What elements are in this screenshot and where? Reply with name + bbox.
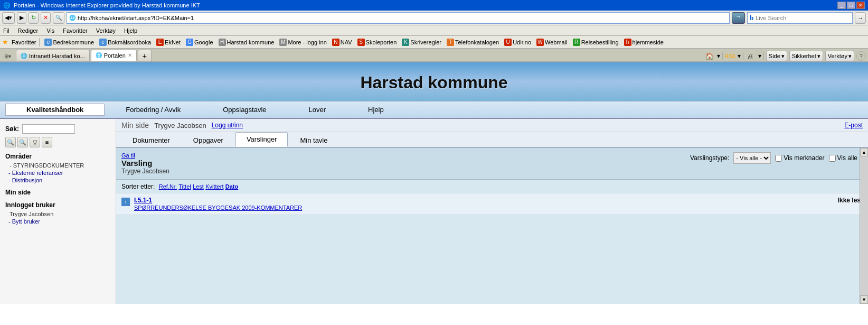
search-button[interactable]: 🔍 xyxy=(53,12,64,24)
sort-lest[interactable]: Lest xyxy=(193,183,204,190)
scroll-up-button[interactable]: ▲ xyxy=(860,148,868,156)
fav-bokmal[interactable]: e Bokmålsordboka xyxy=(98,39,153,46)
fav-nav-icon: N xyxy=(332,39,339,46)
vis-alle-label: Vis alle xyxy=(837,154,857,162)
sort-dato[interactable]: Dato xyxy=(225,183,238,190)
menu-favoritter[interactable]: Favoritter xyxy=(63,27,87,34)
fav-telefonkatalog[interactable]: T Telefonkatalogen xyxy=(445,39,501,46)
fav-udir[interactable]: U Udir.no xyxy=(503,39,533,46)
doc-title-link[interactable]: SPØRREUNDERSØKELSE BYGGESAK 2009-KOMMENT… xyxy=(134,205,302,211)
sidebar-search-input[interactable] xyxy=(22,124,75,134)
new-tab-button[interactable]: + xyxy=(138,50,152,61)
rss-button[interactable]: RSS xyxy=(725,51,735,61)
fav-hjem[interactable]: h hjemmeside xyxy=(622,39,665,46)
tab-min-tavle[interactable]: Min tavle xyxy=(289,133,338,147)
window-controls[interactable]: _ □ ✕ xyxy=(837,2,865,9)
help-button[interactable]: ? xyxy=(856,51,866,61)
sidebar-distribusjon[interactable]: - Distribusjon xyxy=(8,177,110,183)
sort-refnr[interactable]: Ref.Nr. xyxy=(159,183,177,190)
search-go-button[interactable]: → xyxy=(855,12,866,24)
menu-rediger[interactable]: Rediger xyxy=(18,27,39,34)
logout-link[interactable]: Logg ut/inn xyxy=(212,122,243,129)
nav-oppslagstavle[interactable]: Oppslagstavle xyxy=(202,104,287,116)
vis-merknader-input[interactable] xyxy=(775,155,782,162)
vertical-scrollbar[interactable]: ▲ ▼ xyxy=(860,148,868,304)
fav-bedrekommune[interactable]: e Bedrekommune xyxy=(43,39,96,46)
sidebar-externe-ref[interactable]: - Eksterne referanser xyxy=(8,170,110,176)
varslingstype-select[interactable]: - Vis alle - xyxy=(733,152,771,164)
sidebar-innlogget-title: Innlogget bruker xyxy=(5,201,110,209)
fav-eknet[interactable]: E EkNet xyxy=(155,39,182,46)
sidebar-min-side-title: Min side xyxy=(5,189,110,196)
verktoy-arrow: ▾ xyxy=(848,53,852,60)
sidebar-search-icon[interactable]: 🔍 xyxy=(5,137,16,147)
vis-merknader-checkbox[interactable]: Vis merknader xyxy=(775,154,824,162)
search-input[interactable] xyxy=(756,15,850,21)
tab-groups-button[interactable]: ⊞▾ xyxy=(2,51,13,61)
tab-oppgaver[interactable]: Oppgaver xyxy=(182,133,234,147)
tab-bar: ⊞▾ 🌐 Intranett Harstad ko... 🌐 Portalen … xyxy=(0,49,868,62)
tab-portalen-close[interactable]: ✕ xyxy=(128,52,132,58)
fav-skoleporten[interactable]: S Skoleporten xyxy=(356,39,399,46)
home-button[interactable]: 🏠 xyxy=(704,51,715,61)
menu-hjelp[interactable]: Hjelp xyxy=(124,27,137,34)
tab-intranett[interactable]: 🌐 Intranett Harstad ko... xyxy=(16,50,90,61)
fav-eknet-icon: E xyxy=(156,39,164,46)
menu-fil[interactable]: Fil xyxy=(3,27,10,34)
tab-toolbar-right: 🏠 ▾ RSS ▾ 🖨 ▾ Side ▾ Sikkerhet ▾ Verktøy… xyxy=(704,51,866,61)
vis-alle-checkbox[interactable]: Vis alle xyxy=(829,154,857,162)
sidebar-bytt-bruker[interactable]: - Bytt bruker xyxy=(8,218,110,225)
close-button[interactable]: ✕ xyxy=(856,2,865,9)
menu-bar: Fil Rediger Vis Favoritter Verktøy Hjelp xyxy=(0,25,868,36)
tab-dokumenter[interactable]: Dokumenter xyxy=(121,133,181,147)
nav-hjelp[interactable]: Hjelp xyxy=(347,104,405,116)
menu-vis[interactable]: Vis xyxy=(46,27,54,34)
sikkerhet-label: Sikkerhet xyxy=(792,53,816,59)
sort-tittel[interactable]: Tittel xyxy=(178,183,191,190)
minimize-button[interactable]: _ xyxy=(837,2,846,9)
nav-kvalitetshandbok[interactable]: Kvalitetshåndbok xyxy=(5,104,105,116)
nav-lover[interactable]: Lover xyxy=(288,104,347,116)
ga-til-link[interactable]: Gå til xyxy=(121,152,164,159)
verktoy-button[interactable]: Verktøy ▾ xyxy=(825,51,854,61)
content-body: ▲ ▼ Gå til Varsling Trygve Jacobsen Vars… xyxy=(116,148,868,304)
fav-google[interactable]: G Google xyxy=(184,39,214,46)
rss-arrow: ▾ xyxy=(738,52,741,60)
go-button[interactable]: → xyxy=(732,12,745,24)
nav-forbedring[interactable]: Forbedring / Avvik xyxy=(105,104,202,116)
fav-skriveregler[interactable]: K Skriveregler xyxy=(400,39,443,46)
sidebar-list-icon[interactable]: ≡ xyxy=(42,137,52,147)
epost-link[interactable]: E-post xyxy=(844,122,863,129)
fav-nav[interactable]: N NAV xyxy=(331,39,354,46)
back-button[interactable]: ◀▾ xyxy=(2,12,15,24)
fav-more-label: More - logg inn xyxy=(288,39,326,45)
tab-varslinger[interactable]: Varslinger xyxy=(235,132,288,147)
sidebar-filter-icon[interactable]: ▽ xyxy=(30,137,40,147)
content-page-title: Min side xyxy=(121,121,149,129)
doc-ref-link[interactable]: I.5.1-1 xyxy=(134,197,152,204)
refresh-button[interactable]: ↻ xyxy=(29,12,39,24)
sikkerhet-button[interactable]: Sikkerhet ▾ xyxy=(789,51,823,61)
vis-alle-input[interactable] xyxy=(829,155,836,162)
sidebar-search-zoom-out[interactable]: 🔍 xyxy=(17,137,28,147)
tab-portalen-label: Portalen xyxy=(104,52,126,59)
print-button[interactable]: 🖨 xyxy=(746,51,756,61)
scroll-down-button[interactable]: ▼ xyxy=(860,295,868,304)
side-button[interactable]: Side ▾ xyxy=(766,51,787,61)
url-input[interactable] xyxy=(78,15,727,21)
fav-webmail-icon: W xyxy=(536,39,544,46)
fav-more[interactable]: M More - logg inn xyxy=(278,39,328,46)
side-label: Side xyxy=(769,53,780,59)
fav-hjem-icon: h xyxy=(624,39,631,46)
sort-kvittert[interactable]: Kvittert xyxy=(205,183,223,190)
fav-harstad-icon: H xyxy=(219,39,226,46)
stop-button[interactable]: ✕ xyxy=(41,12,51,24)
sidebar-areas-title: Områder xyxy=(5,153,110,160)
fav-harstad[interactable]: H Harstad kommune xyxy=(217,39,276,46)
maximize-button[interactable]: □ xyxy=(847,2,855,9)
menu-verktoy[interactable]: Verktøy xyxy=(96,27,116,34)
fav-reise[interactable]: R Reisebestilling xyxy=(571,39,620,46)
fav-webmail[interactable]: W Webmail xyxy=(535,39,569,46)
forward-button[interactable]: ▶ xyxy=(17,12,26,24)
tab-portalen[interactable]: 🌐 Portalen ✕ xyxy=(91,50,137,61)
